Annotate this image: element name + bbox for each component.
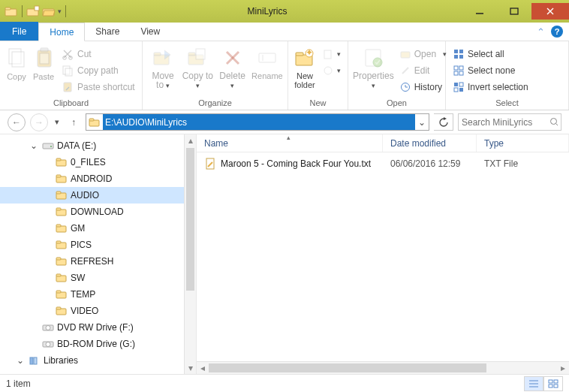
paste-shortcut-button[interactable]: Paste shortcut (59, 79, 138, 95)
tree-scrollbar[interactable]: ▴ ▾ (184, 134, 196, 374)
svg-rect-51 (89, 119, 94, 121)
tree-item-documents[interactable]: Documents (0, 369, 196, 371)
tree-item-label: Libraries (44, 355, 78, 366)
svg-rect-40 (454, 55, 458, 59)
qat-folder-icon (5, 5, 18, 17)
delete-button[interactable]: Delete▾ (217, 44, 248, 94)
invert-selection-button[interactable]: Invert selection (450, 79, 531, 95)
file-type: TXT File (477, 158, 525, 169)
tree-item-libraries[interactable]: ⌄Libraries (0, 352, 196, 369)
group-label-select: Select (446, 98, 568, 110)
address-input[interactable] (103, 114, 415, 130)
tree-item-pics[interactable]: PICS (0, 237, 196, 253)
select-none-button[interactable]: Select none (450, 62, 531, 78)
back-button[interactable]: ← (8, 113, 26, 131)
edit-icon (400, 65, 411, 76)
nav-tree[interactable]: ⌄DATA (E:)0_FILESANDROIDAUDIODOWNLOADGMP… (0, 134, 197, 374)
ribbon: Copy Paste Cut Copy path Paste shortcut … (0, 41, 569, 110)
group-label-clipboard: Clipboard (0, 98, 142, 110)
tree-item-temp[interactable]: TEMP (0, 286, 196, 303)
scroll-up-icon[interactable]: ▴ (185, 134, 196, 146)
expander-icon[interactable]: ⌄ (15, 355, 26, 366)
tree-item-video[interactable]: VIDEO (0, 303, 196, 319)
qat-dropdown-icon[interactable]: ▾ (58, 8, 62, 15)
cut-button[interactable]: Cut (59, 46, 138, 62)
group-select: Select all Select none Invert selection … (446, 41, 569, 110)
select-all-button[interactable]: Select all (450, 46, 531, 62)
paste-icon (32, 46, 56, 70)
navigation-bar: ← → ▾ ↑ ⌄ (0, 110, 569, 134)
properties-button[interactable]: Properties▾ (353, 44, 394, 94)
svg-rect-44 (454, 71, 458, 75)
open-button[interactable]: Open ▾ (397, 46, 450, 62)
maximize-button[interactable] (497, 3, 531, 20)
status-bar: 1 item (0, 374, 569, 392)
rename-button[interactable]: Rename (251, 44, 283, 94)
search-input[interactable] (462, 117, 546, 128)
recent-locations-button[interactable]: ▾ (53, 117, 62, 127)
address-dropdown-icon[interactable]: ⌄ (415, 117, 429, 128)
file-name: Maroon 5 - Coming Back Four You.txt (221, 158, 371, 169)
col-date-modified[interactable]: Date modified (383, 134, 477, 152)
view-tab[interactable]: View (130, 22, 170, 41)
copy-button[interactable]: Copy (5, 44, 29, 94)
close-button[interactable] (531, 3, 569, 20)
easy-access-button[interactable]: ▾ (320, 62, 344, 78)
address-bar[interactable]: ⌄ (86, 113, 429, 131)
svg-rect-32 (324, 50, 331, 59)
folder-icon (56, 289, 68, 300)
scroll-thumb-h[interactable] (209, 363, 486, 372)
tree-item-bd-rom-drive-g-[interactable]: BD-ROM Drive (G:) (0, 336, 196, 352)
svg-rect-43 (459, 66, 463, 70)
forward-button[interactable]: → (30, 113, 48, 131)
home-tab[interactable]: Home (38, 23, 85, 41)
qat-open-folder-icon[interactable] (42, 5, 56, 17)
svg-rect-20 (154, 53, 161, 56)
new-item-button[interactable]: ▾ (320, 46, 344, 62)
history-button[interactable]: History (397, 79, 450, 95)
search-icon (549, 117, 558, 127)
list-scrollbar[interactable]: ◂ ▸ (197, 361, 569, 374)
search-box[interactable] (458, 113, 561, 131)
move-to-button[interactable]: Move to ▾ (147, 44, 179, 94)
tree-item-label: DATA (E:) (57, 140, 96, 151)
up-button[interactable]: ↑ (66, 115, 81, 130)
tree-item-0-files[interactable]: 0_FILES (0, 154, 196, 170)
minimize-ribbon-icon[interactable]: ⌃ (537, 26, 545, 38)
svg-rect-12 (41, 48, 48, 52)
copy-path-button[interactable]: Copy path (59, 62, 138, 78)
details-view-button[interactable] (524, 376, 543, 391)
file-row[interactable]: Maroon 5 - Coming Back Four You.txt06/06… (197, 155, 569, 172)
qat-new-folder-icon[interactable] (26, 5, 40, 17)
help-icon[interactable]: ? (551, 26, 563, 38)
new-folder-button[interactable]: ✦ New folder (293, 44, 317, 94)
expander-icon[interactable]: ⌄ (29, 140, 39, 151)
tree-item-sw[interactable]: SW (0, 270, 196, 286)
refresh-button[interactable] (434, 113, 453, 131)
scroll-left-icon[interactable]: ◂ (197, 363, 209, 373)
minimize-button[interactable] (462, 3, 497, 20)
tree-item-dvd-rw-drive-f-[interactable]: DVD RW Drive (F:) (0, 319, 196, 336)
scroll-right-icon[interactable]: ▸ (557, 363, 569, 373)
scroll-thumb[interactable] (186, 148, 194, 291)
svg-rect-54 (43, 143, 53, 149)
file-tab[interactable]: File (0, 22, 38, 41)
col-type[interactable]: Type (477, 134, 569, 152)
tree-item-download[interactable]: DOWNLOAD (0, 204, 196, 220)
folder-icon (56, 256, 68, 267)
tree-item-label: VIDEO (71, 306, 98, 316)
tree-item-gm[interactable]: GM (0, 220, 196, 237)
svg-line-53 (555, 124, 558, 127)
ribbon-tabstrip: File Home Share View ⌃ ? (0, 23, 569, 41)
scroll-down-icon[interactable]: ▾ (185, 362, 196, 374)
paste-button[interactable]: Paste (32, 44, 56, 94)
tree-item-android[interactable]: ANDROID (0, 170, 196, 187)
copy-to-button[interactable]: Copy to ▾ (182, 44, 213, 94)
svg-rect-59 (56, 175, 61, 177)
edit-button[interactable]: Edit (397, 62, 450, 78)
tree-item-data-e-[interactable]: ⌄DATA (E:) (0, 137, 196, 154)
tree-item-refresh[interactable]: REFRESH (0, 253, 196, 270)
icons-view-button[interactable] (543, 376, 563, 391)
tree-item-audio[interactable]: AUDIO (0, 187, 196, 204)
share-tab[interactable]: Share (85, 22, 130, 41)
